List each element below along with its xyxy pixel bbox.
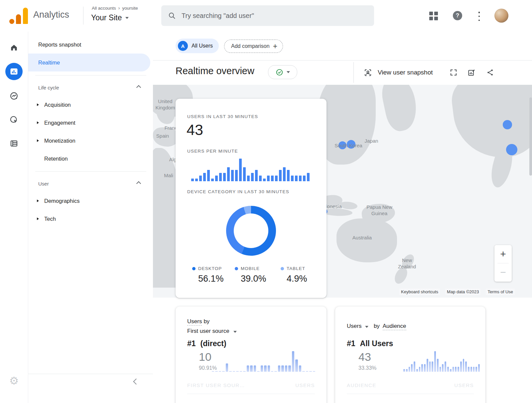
legend-pct: 56.1% bbox=[198, 274, 224, 284]
breadcrumb-root[interactable]: All accounts bbox=[92, 6, 116, 11]
explore-icon[interactable] bbox=[10, 91, 19, 102]
map-attribution: Keyboard shortcuts Map data ©2023 Terms … bbox=[399, 289, 515, 295]
fullscreen-icon[interactable] bbox=[448, 67, 460, 78]
users-per-minute-label: USERS PER MINUTE bbox=[187, 149, 238, 154]
data-quality-dropdown[interactable] bbox=[268, 65, 297, 79]
legend-dot-mobile bbox=[235, 267, 238, 270]
avatar[interactable] bbox=[494, 9, 508, 23]
rank: #1 bbox=[347, 339, 355, 348]
kebab-menu-icon[interactable] bbox=[478, 11, 480, 22]
section-title: User bbox=[38, 181, 49, 187]
sidebar-divider bbox=[35, 171, 146, 172]
search-icon bbox=[168, 12, 176, 20]
zoom-out-button[interactable]: − bbox=[494, 263, 512, 281]
property-selector[interactable]: Your Site bbox=[91, 13, 129, 22]
logo-bar-tall bbox=[23, 8, 28, 24]
sidebar-item-label: Demographics bbox=[44, 198, 79, 204]
chevron-down-icon bbox=[233, 331, 237, 333]
comparison-bar: A All Users Add comparison + bbox=[153, 32, 532, 61]
sidebar-item-monetization[interactable]: Monetization bbox=[28, 132, 153, 150]
apps-grid-icon[interactable] bbox=[429, 12, 438, 20]
sidebar-section-life-cycle[interactable]: Life cycle bbox=[28, 79, 153, 96]
map-country-label: Papua New Guinea bbox=[364, 204, 395, 217]
view-user-snapshot-button[interactable]: View user snapshot bbox=[361, 65, 435, 80]
terms-of-use-link[interactable]: Terms of Use bbox=[486, 289, 515, 295]
users-30min-value: 43 bbox=[187, 121, 203, 139]
table-headers: FIRST USER SOUR… USERS bbox=[187, 382, 315, 388]
sidebar-item-reports-snapshot[interactable]: Reports snapshot bbox=[28, 36, 153, 54]
help-glyph: ? bbox=[456, 12, 459, 19]
home-icon[interactable] bbox=[10, 43, 18, 53]
advertising-icon[interactable] bbox=[10, 115, 19, 126]
check-circle-icon bbox=[276, 68, 283, 76]
nav-rail: ⚙ bbox=[0, 32, 28, 403]
sidebar-item-realtime[interactable]: Realtime bbox=[28, 54, 150, 71]
dimension-dropdown[interactable]: First user source bbox=[187, 328, 229, 334]
top-item-percent: 33.33% bbox=[358, 365, 376, 371]
help-icon[interactable]: ? bbox=[453, 11, 462, 20]
sidebar-item-retention[interactable]: Retention bbox=[28, 150, 153, 168]
all-users-chip[interactable]: A All Users bbox=[176, 39, 219, 53]
by-word: by bbox=[203, 318, 209, 325]
table-headers: AUDIENCE USERS bbox=[347, 382, 474, 388]
users-30min-label: USERS IN LAST 30 MINUTES bbox=[187, 114, 258, 119]
library-icon[interactable] bbox=[10, 139, 19, 149]
add-comparison-button[interactable]: Add comparison + bbox=[224, 40, 283, 53]
zoom-in-button[interactable]: + bbox=[494, 245, 512, 263]
sidebar-item-label: Reports snapshot bbox=[38, 42, 81, 48]
column-header-right: USERS bbox=[295, 382, 315, 388]
logo-dot bbox=[9, 19, 14, 24]
sidebar-item-acquisition[interactable]: Acquisition bbox=[28, 96, 153, 114]
edit-chart-icon[interactable] bbox=[466, 67, 477, 78]
metric-dropdown[interactable]: Users bbox=[187, 318, 202, 326]
breadcrumb[interactable]: All accounts › yoursite bbox=[92, 5, 138, 11]
legend-label: TABLET bbox=[287, 266, 305, 271]
property-name: Your Site bbox=[91, 13, 122, 22]
by-word: by bbox=[374, 323, 380, 329]
share-icon[interactable] bbox=[484, 67, 496, 78]
ga-realtime-page: Analytics All accounts › yoursite Your S… bbox=[0, 0, 532, 403]
breadcrumb-current[interactable]: yoursite bbox=[122, 6, 138, 11]
map-data-label: Map data ©2023 bbox=[445, 289, 480, 295]
section-title: Life cycle bbox=[38, 85, 59, 90]
top-row: #1 All Users bbox=[347, 339, 393, 348]
sidebar-footer bbox=[28, 374, 153, 403]
map-landmass bbox=[449, 85, 532, 163]
legend-label: DESKTOP bbox=[198, 266, 222, 271]
expand-arrow-icon bbox=[37, 121, 39, 124]
sidebar-section-user[interactable]: User bbox=[28, 175, 153, 192]
sidebar-item-demographics[interactable]: Demographics bbox=[28, 192, 153, 210]
legend-tablet: TABLET 4.9% bbox=[281, 266, 307, 284]
toolbar-divider bbox=[353, 62, 354, 83]
map-zoom-control: + − bbox=[494, 245, 512, 282]
device-category-label: DEVICE CATEGORY IN LAST 30 MINUTES bbox=[187, 189, 289, 194]
sidebar-item-label: Tech bbox=[44, 216, 56, 222]
users-by-first-user-source-card: Usersby First user source #1 (direct) 10… bbox=[176, 307, 327, 403]
dimension-dropdown[interactable]: Audience bbox=[383, 323, 406, 330]
map-country-label: Mali bbox=[164, 173, 173, 179]
legend-desktop: DESKTOP 56.1% bbox=[192, 266, 224, 284]
keyboard-shortcuts-link[interactable]: Keyboard shortcuts bbox=[399, 289, 440, 295]
collapse-sidebar-icon[interactable] bbox=[133, 378, 139, 384]
legend-dot-desktop bbox=[192, 267, 196, 270]
sidebar-item-engagement[interactable]: Engagement bbox=[28, 114, 153, 132]
chevron-down-icon bbox=[125, 17, 129, 19]
snapshot-label: View user snapshot bbox=[378, 69, 433, 76]
card-title: Users by Audience bbox=[347, 321, 406, 331]
map-country-label: South Korea bbox=[334, 143, 362, 149]
plus-icon: + bbox=[273, 43, 277, 50]
metric-dropdown[interactable]: Users bbox=[347, 323, 361, 329]
analytics-logo-icon[interactable] bbox=[9, 7, 29, 24]
settings-gear-icon[interactable]: ⚙ bbox=[9, 375, 19, 386]
map-country-label: United Kingdom bbox=[153, 98, 179, 111]
search-input[interactable] bbox=[181, 12, 367, 20]
user-snapshot-icon bbox=[363, 68, 372, 77]
map-country-label: Spain bbox=[156, 133, 169, 139]
search-bar[interactable] bbox=[161, 5, 374, 26]
scrollbar-thumb[interactable] bbox=[529, 97, 532, 176]
top-item: (direct) bbox=[200, 339, 226, 348]
reports-icon[interactable] bbox=[5, 63, 23, 80]
column-header-right: USERS bbox=[454, 382, 474, 388]
product-name: Analytics bbox=[33, 10, 69, 20]
sidebar-item-tech[interactable]: Tech bbox=[28, 210, 153, 228]
